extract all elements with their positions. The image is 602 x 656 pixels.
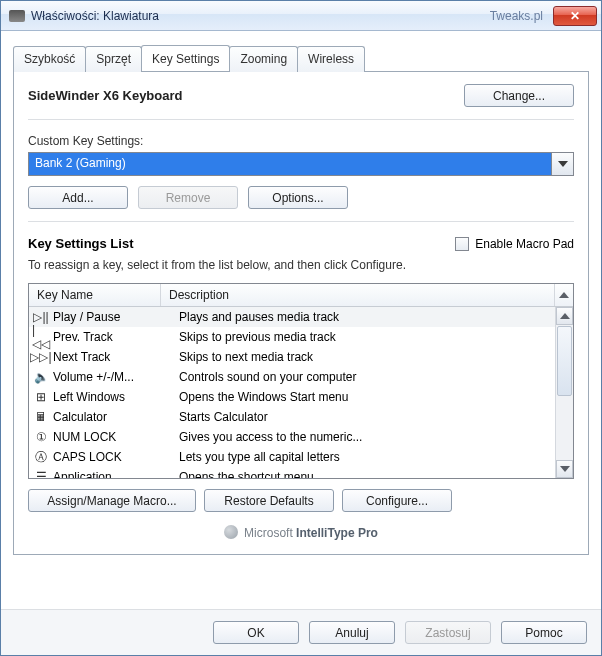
remove-button: Remove	[138, 186, 238, 209]
enable-macro-pad-label: Enable Macro Pad	[475, 237, 574, 251]
combo-dropdown-button[interactable]	[551, 153, 573, 175]
close-button[interactable]: ✕	[553, 6, 597, 26]
list-item[interactable]: ▷||Play / PausePlays and pauses media tr…	[29, 307, 555, 327]
list-item[interactable]: ⊞Left WindowsOpens the Windows Start men…	[29, 387, 555, 407]
window-title: Właściwości: Klawiatura	[31, 9, 159, 23]
tab-page: SideWinder X6 Keyboard Change... Custom …	[13, 71, 589, 555]
enable-macro-pad-checkbox[interactable]: Enable Macro Pad	[455, 237, 574, 251]
volume-icon: 🔈	[33, 369, 49, 385]
apply-button: Zastosuj	[405, 621, 491, 644]
tab-sprzet[interactable]: Sprzęt	[85, 46, 142, 72]
list-item-name: Left Windows	[53, 390, 177, 404]
brand-logo-icon	[224, 525, 238, 539]
scroll-down-button[interactable]	[556, 460, 573, 478]
combo-value: Bank 2 (Gaming)	[29, 153, 551, 175]
list-item-name: Prev. Track	[53, 330, 177, 344]
list-item[interactable]: 🖩CalculatorStarts Calculator	[29, 407, 555, 427]
list-item-desc: Lets you type all capital letters	[177, 450, 551, 464]
brand-footer: Microsoft IntelliType Pro	[28, 524, 574, 540]
key-settings-list-title: Key Settings List	[28, 236, 133, 251]
chevron-down-icon	[558, 161, 568, 167]
list-item[interactable]: ☰ApplicationOpens the shortcut menu	[29, 467, 555, 478]
numlock-icon: ①	[33, 429, 49, 445]
custom-key-settings-combo[interactable]: Bank 2 (Gaming)	[28, 152, 574, 176]
list-item-name: CAPS LOCK	[53, 450, 177, 464]
list-item-name: NUM LOCK	[53, 430, 177, 444]
tab-szybkosc[interactable]: Szybkość	[13, 46, 86, 72]
list-item-name: Application	[53, 470, 177, 478]
list-item[interactable]: ▷▷|Next TrackSkips to next media track	[29, 347, 555, 367]
header-scroll-spacer	[555, 284, 573, 306]
add-button[interactable]: Add...	[28, 186, 128, 209]
dialog-button-bar: OK Anuluj Zastosuj Pomoc	[1, 609, 601, 655]
close-icon: ✕	[570, 9, 580, 23]
scroll-up-button[interactable]	[556, 307, 573, 325]
brand-strong: IntelliType Pro	[296, 526, 378, 540]
list-item-desc: Controls sound on your computer	[177, 370, 551, 384]
calculator-icon: 🖩	[33, 409, 49, 425]
col-key-name[interactable]: Key Name	[29, 284, 161, 306]
list-item-desc: Plays and pauses media track	[177, 310, 551, 324]
list-item[interactable]: ①NUM LOCKGives you access to the numeric…	[29, 427, 555, 447]
list-item[interactable]: 🔈Volume +/-/M...Controls sound on your c…	[29, 367, 555, 387]
col-description[interactable]: Description	[161, 284, 555, 306]
content-area: Szybkość Sprzęt Key Settings Zooming Wir…	[1, 31, 601, 565]
list-item[interactable]: |◁◁Prev. TrackSkips to previous media tr…	[29, 327, 555, 347]
windows-icon: ⊞	[33, 389, 49, 405]
cancel-button[interactable]: Anuluj	[309, 621, 395, 644]
options-button[interactable]: Options...	[248, 186, 348, 209]
configure-button[interactable]: Configure...	[342, 489, 452, 512]
list-item-desc: Skips to next media track	[177, 350, 551, 364]
chevron-down-icon	[560, 466, 570, 472]
next-track-icon: ▷▷|	[33, 349, 49, 365]
tabstrip: Szybkość Sprzęt Key Settings Zooming Wir…	[13, 45, 589, 71]
list-item-desc: Starts Calculator	[177, 410, 551, 424]
instructions-text: To reassign a key, select it from the li…	[28, 257, 574, 273]
chevron-up-icon	[559, 292, 569, 298]
tab-zooming[interactable]: Zooming	[229, 46, 298, 72]
ok-button[interactable]: OK	[213, 621, 299, 644]
properties-window: Właściwości: Klawiatura Tweaks.pl ✕ Szyb…	[0, 0, 602, 656]
list-item-name: Volume +/-/M...	[53, 370, 177, 384]
list-item-desc: Opens the shortcut menu	[177, 470, 551, 478]
separator-2	[28, 221, 574, 222]
restore-defaults-button[interactable]: Restore Defaults	[204, 489, 334, 512]
checkbox-box	[455, 237, 469, 251]
prev-track-icon: |◁◁	[33, 329, 49, 345]
tab-wireless[interactable]: Wireless	[297, 46, 365, 72]
list-item-name: Play / Pause	[53, 310, 177, 324]
list-body: ▷||Play / PausePlays and pauses media tr…	[29, 307, 573, 478]
list-item[interactable]: ⒶCAPS LOCKLets you type all capital lett…	[29, 447, 555, 467]
list-item-name: Next Track	[53, 350, 177, 364]
brand-prefix: Microsoft	[244, 526, 296, 540]
vertical-scrollbar[interactable]	[555, 307, 573, 478]
keyboard-icon	[9, 10, 25, 22]
capslock-icon: Ⓐ	[33, 449, 49, 465]
titlebar: Właściwości: Klawiatura Tweaks.pl ✕	[1, 1, 601, 31]
change-button[interactable]: Change...	[464, 84, 574, 107]
help-button[interactable]: Pomoc	[501, 621, 587, 644]
assign-manage-macro-button[interactable]: Assign/Manage Macro...	[28, 489, 196, 512]
keyboard-name: SideWinder X6 Keyboard	[28, 88, 182, 103]
scroll-thumb[interactable]	[557, 326, 572, 396]
list-item-name: Calculator	[53, 410, 177, 424]
custom-key-settings-label: Custom Key Settings:	[28, 134, 574, 148]
list-item-desc: Skips to previous media track	[177, 330, 551, 344]
application-icon: ☰	[33, 469, 49, 478]
chevron-up-icon	[560, 313, 570, 319]
key-list: Key Name Description ▷||Play / PausePlay…	[28, 283, 574, 479]
list-item-desc: Gives you access to the numeric...	[177, 430, 551, 444]
tab-key-settings[interactable]: Key Settings	[141, 45, 230, 71]
list-item-desc: Opens the Windows Start menu	[177, 390, 551, 404]
watermark-text: Tweaks.pl	[490, 9, 543, 23]
list-header: Key Name Description	[29, 284, 573, 307]
separator	[28, 119, 574, 120]
